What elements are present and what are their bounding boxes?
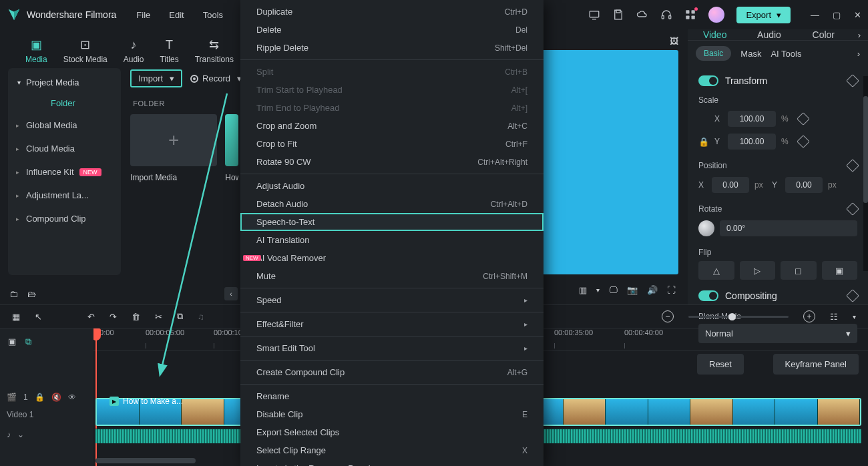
link-icon[interactable]: 🔒 [698, 137, 709, 147]
mute-icon[interactable]: 🔇 [51, 393, 61, 402]
transform-toggle[interactable] [698, 75, 718, 86]
tab-media[interactable]: ▣Media [25, 37, 47, 64]
folder-icon[interactable]: 🗁 [27, 289, 36, 299]
keyframe-icon[interactable] [846, 289, 859, 302]
sidebar-item-influence[interactable]: Influence KitNEW [8, 160, 121, 184]
subtab-basic[interactable]: Basic [696, 46, 731, 61]
record-button[interactable]: Record▾ [190, 73, 242, 83]
cloud-icon[interactable] [636, 9, 648, 21]
media-tile[interactable]: How... [225, 114, 238, 182]
subtab-aitools[interactable]: AI Tools [771, 49, 801, 59]
timeline-mode-icon[interactable]: ▣ [8, 336, 16, 347]
avatar[interactable] [708, 7, 724, 23]
cut-icon[interactable]: ✂ [155, 312, 162, 322]
tab-transitions[interactable]: ⇆Transitions [195, 37, 234, 64]
menu-item-speed[interactable]: Speed▸ [240, 291, 544, 309]
menu-item-effect-filter[interactable]: Effect&Filter▸ [240, 315, 544, 333]
image-icon[interactable]: 🖼 [670, 36, 678, 46]
props-tab-audio[interactable]: Audio [742, 29, 796, 40]
menu-item-ai-vocal-remover[interactable]: NEWAI Vocal Remover [240, 249, 544, 267]
track-header[interactable]: 🎬1 🔒 🔇 👁 [7, 389, 87, 406]
keyframe-icon[interactable] [846, 74, 859, 87]
sidebar-project-media[interactable]: Project Media [8, 72, 121, 93]
fit-button[interactable]: ◻ [781, 261, 817, 280]
visibility-icon[interactable]: 👁 [68, 393, 76, 402]
keyframe-icon[interactable] [846, 202, 859, 216]
cursor-icon[interactable]: ↖ [35, 312, 42, 322]
grid-icon[interactable]: ▦ [12, 312, 20, 322]
import-media-tile[interactable]: + Import Media [130, 114, 217, 182]
rotate-knob[interactable] [698, 220, 714, 236]
menu-item-smart-edit-tool[interactable]: Smart Edit Tool▸ [240, 339, 544, 357]
tab-titles[interactable]: TTitles [160, 38, 178, 64]
expand-icon[interactable]: ⌄ [17, 430, 24, 439]
props-tab-video[interactable]: Video [688, 29, 742, 40]
menu-item-disable-clip[interactable]: Disable ClipE [240, 405, 544, 423]
pos-y-input[interactable]: 0.00 [785, 177, 823, 193]
tab-audio[interactable]: ♪Audio [124, 38, 144, 64]
apps-icon[interactable] [684, 9, 696, 21]
fill-button[interactable]: ▣ [822, 261, 858, 280]
menu-item-select-clip-range[interactable]: Select Clip RangeX [240, 441, 544, 459]
sidebar-item-compound[interactable]: Compound Clip [8, 207, 121, 230]
minimize-icon[interactable]: ― [811, 10, 819, 20]
lock-icon[interactable]: 🔒 [35, 393, 45, 402]
folder-add-icon[interactable]: 🗀 [9, 289, 18, 299]
maximize-icon[interactable]: ▢ [833, 10, 841, 20]
headphones-icon[interactable] [660, 9, 672, 21]
track-header-2[interactable]: ♪ ⌄ [7, 426, 87, 443]
flip-h-button[interactable]: △ [698, 261, 734, 280]
sidebar-folder[interactable]: Folder [8, 93, 121, 113]
zoom-out-button[interactable]: − [662, 310, 674, 322]
zoom-slider[interactable] [688, 316, 789, 318]
keyframe-icon[interactable] [846, 159, 859, 172]
menu-item-duplicate[interactable]: DuplicateCtrl+D [240, 3, 544, 21]
sidebar-item-cloud[interactable]: Cloud Media [8, 137, 121, 160]
menu-item-detach-audio[interactable]: Detach AudioCtrl+Alt+D [240, 195, 544, 213]
undo-icon[interactable]: ↶ [87, 312, 95, 322]
menu-item-ai-translation[interactable]: AI Translation [240, 231, 544, 249]
fullscreen-icon[interactable]: ⛶ [667, 285, 676, 295]
menu-item-adjust-audio[interactable]: Adjust Audio [240, 177, 544, 195]
chevron-down-icon[interactable]: ▾ [596, 286, 600, 294]
volume-icon[interactable]: 🔊 [647, 285, 658, 295]
menu-item-locate-in-the-resource-panel[interactable]: Locate in the Resource Panel [240, 459, 544, 466]
crop-icon[interactable]: ⧉ [177, 311, 183, 322]
link-icon[interactable]: ⧉ [25, 336, 31, 347]
chevron-right-icon[interactable]: › [857, 49, 860, 59]
menu-item-crop-to-fit[interactable]: Crop to FitCtrl+F [240, 135, 544, 153]
menu-item-speech-to-text[interactable]: Speech-to-Text [240, 213, 544, 231]
monitor-icon[interactable]: 🖵 [609, 285, 618, 295]
menu-edit[interactable]: Edit [169, 10, 184, 20]
menu-item-rename[interactable]: Rename [240, 387, 544, 405]
menu-tools[interactable]: Tools [203, 10, 223, 20]
menu-file[interactable]: File [136, 10, 150, 20]
chevron-right-icon[interactable]: › [851, 30, 868, 40]
tab-stock-media[interactable]: ⊡Stock Media [63, 37, 107, 64]
scale-y-input[interactable]: 100.00 [728, 134, 776, 150]
menu-item-mute[interactable]: MuteCtrl+Shift+M [240, 267, 544, 285]
scrollbar-thumb[interactable] [863, 96, 868, 203]
playhead[interactable] [95, 328, 97, 466]
flip-v-button[interactable]: ▷ [740, 261, 776, 280]
rotate-input[interactable]: 0.00° [720, 220, 857, 236]
keyframe-icon[interactable] [797, 135, 810, 148]
timeline-scrollbar[interactable] [95, 458, 196, 463]
menu-item-export-selected-clips[interactable]: Export Selected Clips [240, 423, 544, 441]
music-icon[interactable]: ♫ [198, 312, 204, 322]
compositing-toggle[interactable] [698, 290, 718, 301]
snapshot-icon[interactable]: 📷 [627, 285, 638, 295]
import-button[interactable]: Import▾ [130, 69, 182, 87]
keyframe-icon[interactable] [797, 112, 810, 126]
redo-icon[interactable]: ↷ [110, 312, 117, 322]
collapse-left-icon[interactable]: ‹ [224, 287, 238, 300]
scale-x-input[interactable]: 100.00 [728, 111, 776, 127]
props-tab-color[interactable]: Color [797, 29, 851, 40]
export-button[interactable]: Export ▾ [736, 7, 791, 23]
marker-icon[interactable]: ▥ [579, 285, 587, 295]
close-icon[interactable]: ✕ [854, 10, 861, 20]
sidebar-item-global[interactable]: Global Media [8, 113, 121, 137]
menu-item-rotate-90-cw[interactable]: Rotate 90 CWCtrl+Alt+Right [240, 153, 544, 171]
delete-icon[interactable]: 🗑 [132, 312, 140, 322]
menu-item-create-compound-clip[interactable]: Create Compound ClipAlt+G [240, 363, 544, 381]
